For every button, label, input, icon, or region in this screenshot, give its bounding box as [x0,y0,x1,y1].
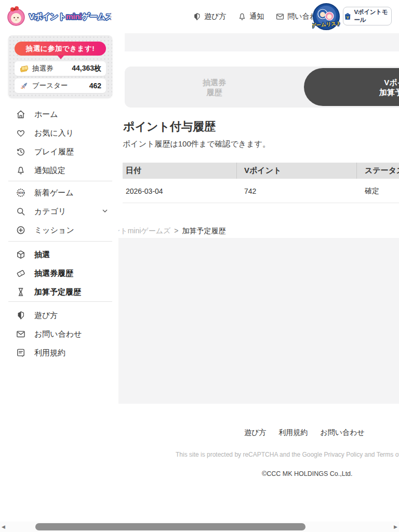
bell-icon [237,12,247,21]
envelope-icon [16,329,26,339]
hero-bottom-band [125,33,399,51]
page-title: ポイント付与履歴 [123,119,216,135]
cube-icon [16,249,26,260]
tab-point-schedule-history[interactable]: Vポイント 加算予定履歴 [304,68,399,106]
site-logo[interactable]: Vポイントminiゲームズ [6,5,111,27]
breadcrumb-current: 加算予定履歴 [182,227,226,235]
column-header-status: ステータス [365,163,399,179]
table-header: 日付 Vポイント ステータス [123,163,399,179]
sidebar-item-category[interactable]: カテゴリ [8,202,112,221]
sidebar-divider [8,301,112,302]
sidebar: 抽選に参加できます! 抽選券 44,363枚 ブースター 462 ホーム お気に… [0,33,118,532]
sidebar-item-scheduled-points-history[interactable]: 加算予定履歴 [8,283,112,301]
breadcrumb-separator: > [174,227,178,235]
app-root: Vポイントminiゲームズ 遊び方 通知 問い合わせ ゲーム [0,0,399,532]
nav-label: 通知 [249,12,264,21]
menu-group-lottery: 抽選 抽選券履歴 加算予定履歴 [8,245,112,301]
sidebar-item-label: 遊び方 [34,311,58,321]
footer-link-terms[interactable]: 利用規約 [278,428,308,437]
banner-pointer [57,55,64,59]
top-header: Vポイントminiゲームズ 遊び方 通知 問い合わせ ゲーム [0,0,399,33]
column-header-date: 日付 [126,163,141,179]
cell-date: 2026-03-04 [126,179,163,203]
scrollbar-thumb[interactable] [35,523,305,530]
sidebar-item-label: 通知設定 [34,166,65,176]
content-placeholder-panel [118,238,399,404]
menu-group-main: ホーム お気に入り プレイ履歴 通知設定 [8,105,112,180]
tab-ticket-history[interactable]: 抽選券 履歴 [125,66,304,108]
hourglass-icon [16,287,26,297]
envelope-icon [275,12,285,21]
tab-label-line: 抽選券 [203,77,226,87]
table-row: 2026-03-04 742 確定 [123,179,399,203]
sidebar-item-label: 利用規約 [34,348,65,358]
sidebar-item-label: 加算予定履歴 [34,287,81,297]
resource-label: 抽選券 [32,64,54,73]
sidebar-item-new-games[interactable]: NEW 新着ゲーム [8,183,112,202]
tab-label-line: Vポイント [384,77,399,87]
sidebar-item-label: ホーム [34,110,58,119]
nav-label: 遊び方 [204,12,226,21]
beginner-mark-icon [192,12,202,21]
game-list-badge[interactable]: ゲームリスト [312,3,340,31]
vpoint-mall-button[interactable]: V Vポイントモール [343,7,392,25]
scroll-right-arrow-icon[interactable]: ▶ [394,524,397,530]
new-badge-icon: NEW [16,188,26,198]
sidebar-item-home[interactable]: ホーム [8,105,112,124]
copyright-notice: ©CCC MK HOLDINGS Co.,Ltd. [262,470,353,477]
resource-value: 44,363枚 [72,64,101,73]
recaptcha-notice: This site is protected by reCAPTCHA and … [176,451,399,458]
footer-link-how-to-play[interactable]: 遊び方 [244,428,266,437]
column-divider [236,163,237,179]
tab-label-line: 履歴 [207,87,222,97]
sidebar-item-mission[interactable]: ミッション [8,221,112,240]
sidebar-item-lottery[interactable]: 抽選 [8,245,112,264]
header-nav: 遊び方 通知 問い合わせ [192,0,324,33]
nav-notifications[interactable]: 通知 [237,12,264,21]
sidebar-divider [8,241,112,242]
logo-text: Vポイントminiゲームズ [28,7,111,25]
new-badge-text: NEW [18,192,24,194]
sidebar-item-label: 新着ゲーム [34,188,74,198]
chevron-down-icon[interactable] [101,207,109,217]
sidebar-item-contact[interactable]: お問い合わせ [8,325,112,343]
svg-text:Vポイントminiゲームズ: Vポイントminiゲームズ [29,12,111,21]
breadcrumb: Vポイントminiゲームズ>加算予定履歴 [118,227,226,236]
history-clock-icon [16,147,26,157]
lottery-available-banner: 抽選に参加できます! [15,42,106,56]
home-icon [16,109,26,119]
search-icon [16,206,26,217]
cell-status: 確定 [365,179,379,203]
main-content: 抽選券 履歴 Vポイント 加算予定履歴 ポイント付与履歴 ポイント履歴は100件… [118,33,399,532]
sidebar-item-label: お問い合わせ [34,329,82,339]
sidebar-item-how-to-play[interactable]: 遊び方 [8,306,112,325]
booster-rocket-icon [19,81,29,91]
sidebar-item-favorites[interactable]: お気に入り [8,124,112,142]
sidebar-divider [8,181,112,181]
sidebar-item-notification-settings[interactable]: 通知設定 [8,161,112,180]
tab-label-line: 加算予定履歴 [379,87,399,97]
history-tabbar: 抽選券 履歴 Vポイント 加算予定履歴 [125,66,399,108]
target-icon [16,225,26,235]
resource-value: 462 [89,82,101,90]
beginner-mark-icon [16,310,26,321]
booster-row[interactable]: ブースター 462 [15,78,106,93]
lottery-ticket-row[interactable]: 抽選券 44,363枚 [15,61,106,76]
breadcrumb-home-link[interactable]: Vポイントminiゲームズ [118,227,170,235]
column-header-points: Vポイント [244,163,281,179]
footer-links: 遊び方 利用規約 お問い合わせ [244,428,365,437]
menu-group-games: NEW 新着ゲーム カテゴリ ミッション [8,183,112,240]
sidebar-item-terms[interactable]: 利用規約 [8,343,112,362]
footer-link-contact[interactable]: お問い合わせ [320,428,364,437]
sidebar-item-play-history[interactable]: プレイ履歴 [8,142,112,161]
sidebar-item-label: ミッション [34,225,74,235]
page-subtitle: ポイント履歴は100件まで確認できます。 [123,139,270,149]
mall-button-label: Vポイントモール [354,8,391,24]
scroll-left-arrow-icon[interactable]: ◀ [2,524,5,530]
sidebar-item-ticket-history[interactable]: 抽選券履歴 [8,264,112,283]
nav-how-to-play[interactable]: 遊び方 [192,12,226,21]
column-divider [356,163,357,179]
cell-points: 742 [244,179,256,203]
horizontal-scrollbar[interactable]: ◀ ▶ [0,522,399,532]
sidebar-item-label: カテゴリ [34,207,66,217]
